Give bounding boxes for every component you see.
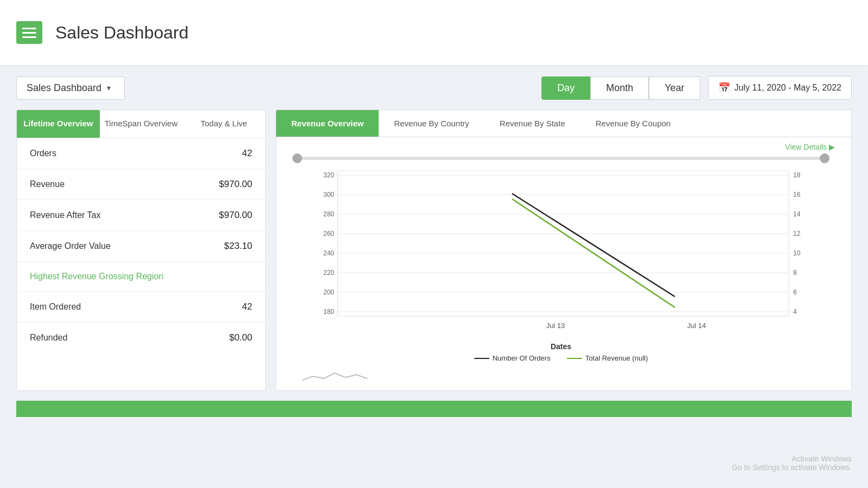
metric-value: $0.00 <box>229 332 252 343</box>
menu-line-1 <box>22 28 36 29</box>
metric-label[interactable]: Highest Revenue Grossing Region <box>30 272 163 281</box>
revenue-chart-svg: 320 300 280 260 240 220 200 180 18 16 14… <box>282 165 840 339</box>
metric-row: Revenue After Tax$970.00 <box>17 200 265 231</box>
date-range-label: July 11, 2020 - May 5, 2022 <box>735 83 841 93</box>
metric-row: Highest Revenue Grossing Region <box>17 262 265 292</box>
metric-label: Revenue <box>30 179 65 189</box>
period-year-button[interactable]: Year <box>649 76 700 100</box>
view-details-link[interactable]: View Details ▶ <box>282 143 840 151</box>
svg-text:10: 10 <box>793 249 801 257</box>
tab-revenue-country[interactable]: Revenue By Country <box>379 110 484 137</box>
main-grid: Lifetime Overview TimeSpan Overview Toda… <box>16 110 852 391</box>
dashboard-selector[interactable]: Sales Dashboard ▾ <box>16 76 125 100</box>
mini-chart-svg <box>302 367 367 383</box>
tab-timespan-overview[interactable]: TimeSpan Overview <box>100 110 183 138</box>
legend-revenue: Total Revenue (null) <box>567 354 648 362</box>
chart-container: View Details ▶ 320 300 280 260 <box>276 137 851 390</box>
svg-text:14: 14 <box>793 210 801 218</box>
bottom-segment-2 <box>434 401 643 417</box>
watermark-line1: Activate Windows <box>732 454 852 463</box>
right-tabs: Revenue Overview Revenue By Country Reve… <box>276 110 851 137</box>
svg-text:240: 240 <box>323 249 334 257</box>
range-track <box>292 157 829 160</box>
watermark: Activate Windows Go to Settings to activ… <box>732 454 852 472</box>
chevron-down-icon: ▾ <box>107 84 111 92</box>
svg-text:12: 12 <box>793 230 801 237</box>
svg-text:320: 320 <box>323 171 334 179</box>
metric-value: 42 <box>242 148 252 159</box>
svg-line-25 <box>512 194 675 297</box>
metric-row: Revenue$970.00 <box>17 169 265 200</box>
menu-button[interactable] <box>16 21 42 44</box>
metric-label: Refunded <box>30 333 67 343</box>
svg-text:Jul 13: Jul 13 <box>546 322 565 330</box>
svg-text:260: 260 <box>323 230 334 237</box>
metrics-list: Orders42Revenue$970.00Revenue After Tax$… <box>17 138 265 353</box>
legend-orders-label: Number Of Orders <box>493 354 551 362</box>
legend-orders-line <box>474 358 489 359</box>
bottom-bar <box>16 401 852 417</box>
metric-label: Item Ordered <box>30 302 81 312</box>
metric-label: Revenue After Tax <box>30 210 100 220</box>
left-panel: Lifetime Overview TimeSpan Overview Toda… <box>16 110 266 391</box>
menu-line-2 <box>22 32 36 34</box>
svg-text:8: 8 <box>793 269 797 277</box>
range-slider-area <box>282 157 840 160</box>
svg-rect-24 <box>337 171 789 316</box>
period-month-button[interactable]: Month <box>590 76 649 100</box>
metric-value: 42 <box>242 301 252 312</box>
mini-chart-area <box>282 362 840 385</box>
metric-label: Average Order Value <box>30 241 111 251</box>
range-handle-left[interactable] <box>292 153 302 163</box>
page-title: Sales Dashboard <box>55 23 188 43</box>
toolbar-right: Day Month Year 📅 July 11, 2020 - May 5, … <box>541 76 852 100</box>
chart-wrapper: 320 300 280 260 240 220 200 180 18 16 14… <box>282 165 840 385</box>
bottom-segment-3 <box>643 401 852 417</box>
metric-value: $970.00 <box>219 179 252 190</box>
bottom-segment-0 <box>16 401 225 417</box>
metric-value: $23.10 <box>224 241 252 252</box>
toolbar-row: Sales Dashboard ▾ Day Month Year 📅 July … <box>16 76 852 100</box>
range-handle-right[interactable] <box>820 153 829 163</box>
svg-text:300: 300 <box>323 191 334 198</box>
metric-row: Average Order Value$23.10 <box>17 231 265 262</box>
svg-text:Jul 14: Jul 14 <box>687 322 706 330</box>
tab-revenue-state[interactable]: Revenue By State <box>484 110 580 137</box>
tab-revenue-coupon[interactable]: Revenue By Coupon <box>580 110 686 137</box>
metric-row: Orders42 <box>17 138 265 169</box>
x-axis-label: Dates <box>282 342 840 351</box>
date-range-button[interactable]: 📅 July 11, 2020 - May 5, 2022 <box>708 76 852 100</box>
svg-text:18: 18 <box>793 171 801 179</box>
selector-label: Sales Dashboard <box>27 82 101 94</box>
tab-lifetime-overview[interactable]: Lifetime Overview <box>17 110 100 138</box>
svg-text:200: 200 <box>323 288 334 296</box>
metric-row: Item Ordered42 <box>17 292 265 323</box>
metric-row: Refunded$0.00 <box>17 323 265 353</box>
bottom-segment-1 <box>225 401 434 417</box>
watermark-line2: Go to Settings to activate Windows. <box>732 463 852 472</box>
content-area: Sales Dashboard ▾ Day Month Year 📅 July … <box>0 65 868 428</box>
tab-revenue-overview[interactable]: Revenue Overview <box>276 110 379 137</box>
metric-value: $970.00 <box>219 210 252 221</box>
svg-text:16: 16 <box>793 191 801 198</box>
svg-text:280: 280 <box>323 210 334 218</box>
legend-revenue-label: Total Revenue (null) <box>585 354 648 362</box>
left-tabs: Lifetime Overview TimeSpan Overview Toda… <box>17 110 265 138</box>
svg-text:180: 180 <box>323 308 334 316</box>
svg-text:220: 220 <box>323 269 334 277</box>
calendar-icon: 📅 <box>718 82 730 94</box>
period-day-button[interactable]: Day <box>541 76 590 100</box>
legend-revenue-line <box>567 358 582 359</box>
tab-today-live[interactable]: Today & Live <box>182 110 265 138</box>
svg-text:6: 6 <box>793 288 797 296</box>
metric-label: Orders <box>30 149 56 158</box>
chart-legend: Number Of Orders Total Revenue (null) <box>282 354 840 362</box>
svg-text:4: 4 <box>793 308 797 316</box>
legend-orders: Number Of Orders <box>474 354 551 362</box>
top-bar: Sales Dashboard <box>0 0 868 65</box>
right-panel: Revenue Overview Revenue By Country Reve… <box>276 110 852 391</box>
menu-line-3 <box>22 36 36 38</box>
